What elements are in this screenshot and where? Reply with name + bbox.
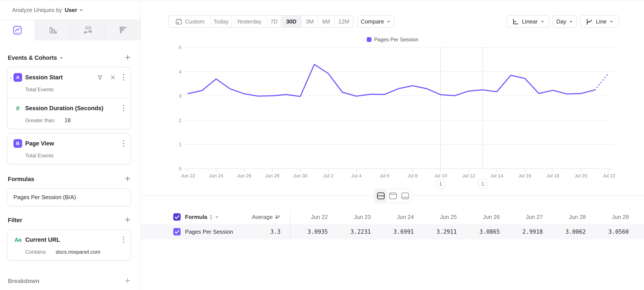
event-letter-badge: B: [14, 139, 22, 148]
layout-toggle-split-view[interactable]: [375, 190, 387, 202]
column-header[interactable]: Jun 28: [548, 214, 591, 220]
x-axis-label: Jul 14: [490, 173, 503, 178]
y-axis-label: 0: [179, 166, 182, 171]
y-axis-label: 5: [179, 45, 182, 50]
filter-value[interactable]: docs.mixpanel.com: [56, 249, 100, 255]
table-data-row[interactable]: Pages Per Session 3.3 3.09353.22313.6991…: [141, 224, 644, 239]
filter-row[interactable]: Aa Current URL Contains docs.mixpanel.co…: [8, 230, 131, 260]
tab-flows[interactable]: [70, 20, 105, 41]
filter-operator[interactable]: Greater than: [25, 117, 54, 123]
filter-value[interactable]: 10: [64, 117, 71, 123]
annotation-count: 1: [439, 181, 442, 187]
breakdown-section-title: Breakdown: [8, 278, 40, 284]
formula-group-dropdown[interactable]: Formula 1: [185, 214, 219, 220]
add-filter-button[interactable]: [124, 216, 131, 224]
insights-report-page: Analyze Uniques by User: [0, 0, 644, 290]
series-name: Pages Per Session: [185, 228, 233, 235]
chevron-down-icon: [79, 8, 84, 12]
row-checkbox[interactable]: [173, 228, 181, 235]
add-formula-button[interactable]: [124, 175, 131, 183]
analyze-by-label: Analyze Uniques by: [12, 7, 62, 14]
event-card-session-start: A Session Start Total Events #: [7, 67, 131, 129]
tab-funnels[interactable]: [35, 20, 70, 41]
event-row[interactable]: B Page View Total Events: [8, 133, 131, 164]
query-builder-sidebar: Analyze Uniques by User: [0, 1, 141, 290]
x-axis-label: Jun 22: [181, 173, 195, 178]
series-line-projected[interactable]: [595, 73, 609, 90]
column-header[interactable]: Jun 22: [290, 214, 333, 220]
event-aggregation[interactable]: Total Events: [25, 87, 54, 93]
formulas-section-header: Formulas: [7, 175, 131, 183]
tab-retention[interactable]: [105, 20, 140, 41]
chart-only-icon: [389, 192, 397, 200]
y-axis-label: 1: [179, 142, 182, 147]
y-axis-label: 3: [179, 93, 182, 99]
filter-section-header: Filter: [7, 216, 131, 224]
chevron-down-icon: [59, 56, 64, 60]
cell-value: 3.0935: [290, 228, 333, 235]
cell-value: 3.0560: [591, 228, 634, 235]
x-axis-label: Jul 20: [574, 173, 587, 178]
cell-value: 3.0062: [548, 228, 591, 235]
cell-value: 3.0865: [462, 228, 505, 235]
x-axis-label: Jul 6: [380, 173, 390, 178]
check-icon: [173, 228, 181, 235]
column-header[interactable]: Jun 25: [419, 214, 462, 220]
filter-operator[interactable]: Contains: [25, 249, 46, 255]
formula-expression: Pages Per Session (B/A): [14, 194, 76, 200]
remove-event-icon[interactable]: [110, 74, 116, 80]
event-name: Page View: [25, 140, 54, 147]
layout-toggle-group: [374, 189, 412, 203]
kebab-menu-icon[interactable]: [122, 140, 125, 147]
x-axis-label: Jun 28: [265, 173, 280, 178]
text-property-icon: Aa: [14, 235, 22, 244]
table-header-row: Formula 1 Average Jun 22Jun 23Jun 24Jun …: [141, 210, 644, 224]
property-filter-row[interactable]: # Session Duration (Seconds) Greater tha…: [8, 98, 131, 129]
x-axis-label: Jul 18: [546, 173, 559, 178]
average-label: Average: [252, 214, 273, 220]
add-filter-funnel-icon[interactable]: [97, 74, 103, 81]
events-section-title[interactable]: Events & Cohorts: [8, 55, 64, 61]
column-header[interactable]: Jun 23: [333, 214, 376, 220]
group-label: Formula: [185, 214, 207, 220]
y-axis-label: 4: [179, 69, 182, 75]
column-header[interactable]: Jun 26: [462, 214, 505, 220]
filter-section-title: Filter: [8, 217, 22, 224]
tab-insights[interactable]: [0, 20, 35, 41]
x-axis-label: Jun 24: [209, 173, 223, 178]
kebab-menu-icon[interactable]: [122, 105, 125, 112]
events-section-header: Events & Cohorts: [7, 54, 131, 62]
kebab-menu-icon[interactable]: [122, 74, 125, 81]
analyze-by-dropdown[interactable]: User: [65, 7, 84, 14]
sidebar-content: Events & Cohorts A Session Start: [0, 54, 140, 285]
drag-handle-icon[interactable]: [9, 76, 12, 81]
column-header[interactable]: Jun 27: [505, 214, 548, 220]
kebab-menu-icon[interactable]: [122, 236, 125, 243]
series-line[interactable]: [188, 64, 595, 96]
x-axis-label: Jul 16: [518, 173, 531, 178]
table-divider: [290, 210, 290, 224]
layout-toggle-chart-only[interactable]: [387, 190, 399, 202]
plus-icon: [124, 216, 131, 223]
flows-icon: [83, 26, 92, 35]
x-axis-label: Jul 10: [434, 173, 447, 178]
event-name: Session Start: [25, 74, 63, 81]
annotation-count: 1: [481, 181, 484, 187]
add-event-button[interactable]: [124, 54, 131, 62]
cell-value: 2.9918: [505, 228, 548, 235]
add-breakdown-button[interactable]: [124, 277, 131, 285]
breakdown-section-header: Breakdown: [7, 277, 131, 285]
select-all-checkbox[interactable]: [173, 213, 181, 221]
filter-card-current-url: Aa Current URL Contains docs.mixpanel.co…: [7, 229, 131, 261]
column-header[interactable]: Jun 29: [591, 214, 634, 220]
report-main: CustomTodayYesterday7D30D3M6M12M Compare…: [141, 1, 644, 290]
average-sort-header[interactable]: Average: [252, 214, 280, 220]
x-axis-label: Jul 12: [462, 173, 475, 178]
line-chart: 012345Jun 22Jun 24Jun 26Jun 28Jun 30Jul …: [141, 1, 644, 205]
event-row[interactable]: A Session Start Total Events: [8, 67, 131, 98]
column-header[interactable]: Jun 24: [376, 214, 419, 220]
layout-toggle-table-only[interactable]: [399, 190, 411, 202]
formula-card[interactable]: Pages Per Session (B/A): [7, 188, 131, 206]
formulas-section-title: Formulas: [8, 176, 34, 183]
event-aggregation[interactable]: Total Events: [25, 153, 54, 159]
